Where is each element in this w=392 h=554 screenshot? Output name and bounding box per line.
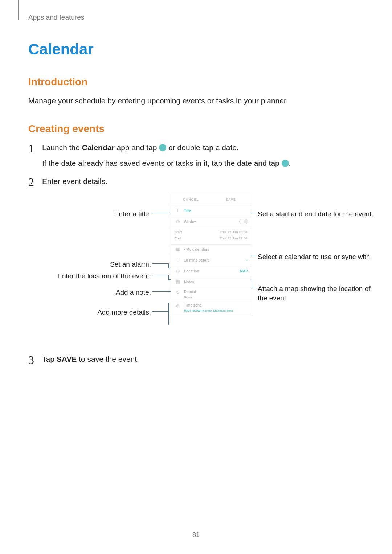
phone-allday-label: All day (184, 219, 239, 225)
step-1-app-name: Calendar (82, 143, 115, 152)
phone-end-label: End (175, 236, 189, 241)
leader-line (168, 263, 169, 268)
callout-enter-title: Enter a title. (42, 209, 151, 219)
note-icon: ▤ (175, 279, 181, 285)
leader-line (168, 275, 169, 279)
phone-notes-field[interactable]: Notes (184, 280, 248, 285)
intro-text: Manage your schedule by entering upcomin… (28, 95, 364, 106)
plus-icon (282, 160, 289, 167)
step-3-text-c: to save the event. (77, 355, 139, 363)
step-1-text-a: Launch the (42, 143, 82, 152)
phone-start-value: Thu, 22 Jun 20:00 (189, 230, 247, 235)
step-2-text: Enter event details. (42, 177, 107, 185)
step-1-sub-a: If the date already has saved events or … (42, 159, 282, 167)
leader-line (152, 311, 168, 312)
phone-timezone-value: (GMT+09:00) Korean Standard Time (184, 309, 248, 313)
step-1: Launch the Calendar app and tap or doubl… (28, 142, 364, 169)
phone-end-value: Thu, 22 Jun 21:00 (189, 236, 247, 241)
section-heading-creating-events: Creating events (28, 122, 364, 136)
page-title: Calendar (28, 38, 364, 61)
callout-add-note: Add a note. (42, 288, 151, 297)
phone-event-editor: CANCEL SAVE T Title ◷ All day StartThu, … (171, 194, 251, 315)
phone-alarm-field[interactable]: 10 mins before (184, 258, 246, 263)
phone-repeat-value: Never (184, 295, 248, 300)
phone-location-field[interactable]: Location (184, 269, 240, 274)
step-3-save-label: SAVE (57, 355, 77, 363)
page-corner-rule (18, 0, 19, 20)
calendar-icon: ▦ (175, 246, 181, 253)
phone-timezone-label[interactable]: Time zone (184, 303, 248, 308)
text-icon: T (175, 208, 181, 214)
phone-repeat-label[interactable]: Repeat (184, 290, 248, 295)
step-1-text-c: app and tap (115, 143, 159, 152)
breadcrumb: Apps and features (28, 12, 364, 22)
callout-select-calendar: Select a calendar to use or sync with. (258, 252, 377, 262)
phone-my-calendars[interactable]: • My calendars (184, 247, 248, 253)
leader-line (252, 288, 256, 288)
section-heading-introduction: Introduction (28, 75, 364, 90)
pin-icon: ◎ (175, 268, 181, 274)
step-3: Tap SAVE to save the event. (28, 354, 364, 365)
step-3-text-a: Tap (42, 355, 57, 363)
page-number: 81 (0, 530, 392, 539)
phone-start-label: Start (175, 230, 189, 235)
leader-line (252, 280, 252, 288)
phone-alarm-remove[interactable]: – (246, 258, 248, 263)
phone-save-button[interactable]: SAVE (211, 194, 251, 205)
bell-icon: ♢ (175, 257, 181, 263)
step-2: Enter event details. Enter a title. Set … (28, 176, 364, 346)
leader-line (152, 263, 168, 264)
phone-map-button[interactable]: MAP (240, 269, 248, 274)
plus-icon (159, 144, 166, 151)
step-1-sub-b: . (289, 159, 291, 167)
repeat-icon: ↻ (175, 290, 181, 296)
globe-icon: ⊕ (175, 303, 181, 309)
callout-set-alarm: Set an alarm. (42, 260, 151, 269)
phone-dates-block[interactable]: StartThu, 22 Jun 20:00 EndThu, 22 Jun 21… (171, 227, 251, 244)
callout-enter-location: Enter the location of the event. (42, 271, 151, 281)
phone-allday-toggle[interactable] (239, 219, 248, 224)
callout-add-details: Add more details. (42, 308, 151, 317)
phone-title-field[interactable]: Title (184, 208, 248, 214)
event-editor-diagram: Enter a title. Set an alarm. Enter the l… (42, 194, 364, 346)
callout-set-dates: Set a start and end date for the event. (258, 209, 377, 219)
phone-cancel-button[interactable]: CANCEL (171, 194, 211, 205)
callout-attach-map: Attach a map showing the location of the… (258, 284, 377, 303)
clock-icon: ◷ (175, 218, 181, 225)
leader-line (168, 303, 169, 325)
step-1-text-d: or double-tap a date. (166, 143, 239, 152)
leader-line (152, 275, 168, 275)
